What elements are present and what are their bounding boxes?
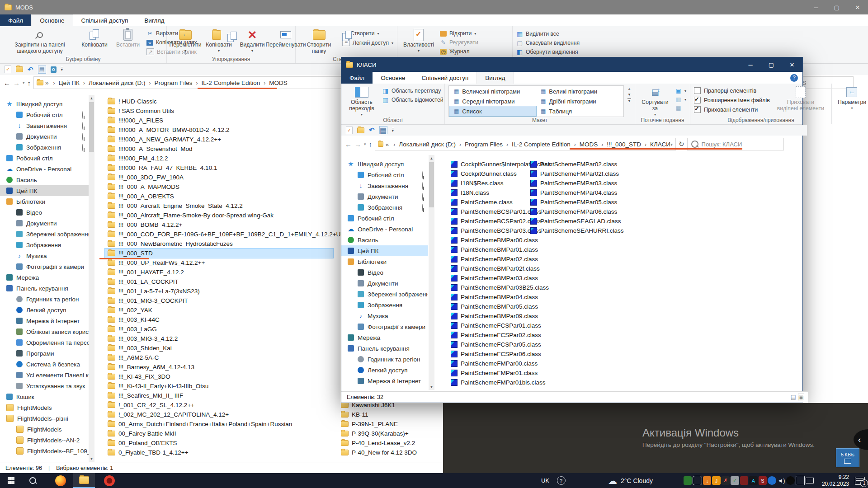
sidebar-item[interactable]: Зображення [0, 239, 89, 250]
sidebar-item[interactable]: Бібліотеки [0, 196, 89, 207]
sidebar-item[interactable]: Робочий стіл [0, 109, 89, 120]
taskbar-clock[interactable]: 9:22 20.02.2023 [814, 473, 849, 488]
qat-recycle-icon[interactable]: ♻ [51, 66, 57, 73]
sidebar-item[interactable]: ☁ OneDrive - Personal [341, 224, 428, 235]
sidebar-item[interactable]: ↓ Завантаження [0, 120, 89, 131]
qat-properties-icon[interactable]: ✓ [346, 127, 353, 134]
sidebar-item[interactable]: Усі елементи Панелі кер [0, 370, 89, 380]
minimize-button[interactable]: ─ [740, 57, 761, 72]
taskbar-search-button[interactable] [22, 473, 43, 488]
folder-row[interactable]: !!!!000_RA_FAU_47_KERBE_4.10.1 [105, 163, 333, 173]
titlebar[interactable]: MODS ─ ▢ ✕ [0, 0, 868, 14]
qat-customize-icon[interactable]: ▾ [61, 67, 63, 72]
tab-share[interactable]: Спільний доступ [414, 72, 477, 84]
tray-icon[interactable]: ✗ [722, 476, 730, 485]
tray-icon[interactable] [768, 476, 776, 485]
recent-locations-chevron[interactable]: ▾ [23, 80, 25, 85]
sidebar-item[interactable]: FlightModels--різні [0, 413, 89, 424]
file-row[interactable]: PaintSchemeFCSPar05.class [448, 340, 529, 349]
sidebar-item[interactable]: Годинник та регіон [341, 354, 428, 365]
breadcrumb-segment[interactable]: MODS [260, 80, 288, 86]
file-row[interactable]: PaintSchemeFCSPar01.class [448, 321, 529, 330]
sidebar-item[interactable]: Документи [341, 278, 428, 289]
sidebar-item[interactable]: ♪ Музика [0, 250, 89, 261]
up-button[interactable]: ↑ [369, 141, 373, 148]
scroll-down-arrow[interactable]: ▼ [429, 384, 434, 390]
sidebar-item[interactable]: Бібліотеки [341, 256, 428, 267]
folder-row[interactable]: !!!_Ki-43-II_Early+Ki-43-IIIb_Otsu [105, 381, 333, 391]
help-icon[interactable]: ? [790, 74, 798, 82]
sidebar-item[interactable]: Збережені зображення [0, 229, 89, 239]
sidebar-item[interactable]: ★ Швидкий доступ [0, 99, 89, 109]
qat-undo-icon[interactable]: ↶ [369, 126, 375, 134]
folder-row[interactable]: 00_Fairey Battle MkII [105, 429, 333, 438]
sidebar-item[interactable]: Робочий стіл [341, 213, 428, 224]
folder-row[interactable]: !!!!000_A_FILES [105, 116, 333, 125]
sidebar-item[interactable]: Устаткування та звук [0, 380, 89, 391]
sidebar-item[interactable]: ☁ OneDrive - Personal [0, 164, 89, 174]
file-row[interactable]: PaintSchemeBMPar02f.class [448, 264, 529, 273]
folder-row[interactable]: ! HUD-Classic [105, 97, 333, 106]
breadcrumb-segment[interactable]: Program Files [146, 80, 193, 86]
qat-properties-icon[interactable]: ✓ [5, 66, 11, 73]
history-button[interactable]: ◷ Журнал [440, 48, 478, 55]
folder-row[interactable]: !_002_MC_202_12_CAPITOLINA_4.12+ [105, 410, 333, 419]
layout-option[interactable]: ▦ Великі піктограми [536, 86, 623, 96]
new-folder-button[interactable]: Створити папку [299, 28, 339, 56]
file-row[interactable]: PaintSchemeBMPar03B25.class [448, 283, 529, 292]
open-button[interactable]: Відкрити▾ [440, 30, 478, 37]
taskbar-explorer-button[interactable] [73, 473, 95, 488]
sidebar-item[interactable]: Робочий стіл [341, 169, 428, 180]
tray-icon[interactable]: A [749, 476, 757, 485]
titlebar[interactable]: КЛАСИ ─ ▢ ✕ [341, 57, 802, 72]
file-row[interactable]: PaintSchemeSEAGLAD.class [528, 216, 609, 226]
back-button[interactable]: ← [4, 79, 10, 87]
sidebar-item[interactable]: Панель керування [341, 343, 428, 354]
help-tray-button[interactable]: ? [554, 473, 568, 488]
hide-selected-button[interactable]: Приховати виділені елементи [774, 85, 828, 113]
breadcrumb-segment[interactable]: КЛАСИ [641, 141, 670, 148]
folder-row[interactable]: !!!_001_La-5-7+La-7(3xNS23) [105, 286, 333, 296]
folder-row[interactable]: !!!_003_LaGG [105, 324, 333, 334]
sidebar-scrollbar[interactable]: ▲ ▼ [429, 155, 434, 390]
file-row[interactable]: PaintSchemeFCSPar02.class [448, 330, 529, 340]
folder-row[interactable]: !!!_Barnesy_A6M_4.12-4.13 [105, 362, 333, 372]
tray-icon[interactable]: ↓ [703, 476, 711, 485]
copy-button[interactable]: Копіювати [80, 28, 109, 49]
folder-row[interactable]: !!!!000_FM_4.12.2 [105, 154, 333, 163]
sidebar-item[interactable]: Мережа й Інтернет [0, 315, 89, 326]
qat-list-view-icon[interactable]: ▤ [38, 66, 46, 74]
sidebar-item[interactable]: Мережа й Інтернет [341, 375, 428, 386]
tray-icon[interactable] [693, 476, 702, 485]
folder-row[interactable]: 00_Poland_OB'EKTS [105, 438, 333, 448]
sidebar-item[interactable]: FlightModels--AN-2 [0, 435, 89, 446]
sidebar-item[interactable]: Фотографії з камери [341, 321, 428, 332]
file-row[interactable]: PaintSchemeFMPar02f.class [528, 169, 609, 178]
start-button[interactable] [0, 473, 22, 488]
sidebar-item[interactable]: Зображення [341, 202, 428, 213]
scroll-down-arrow[interactable]: ▼ [89, 455, 94, 462]
sidebar-item[interactable]: Збережені зображення [341, 289, 428, 300]
sidebar-item[interactable]: Фотографії з камери [0, 261, 89, 272]
sidebar-item[interactable]: Мережа [0, 272, 89, 283]
folder-row[interactable]: !!!_001_HAYATE_4.12.2 [105, 267, 333, 277]
sidebar-item[interactable]: Система й безпека [0, 359, 89, 370]
refresh-icon[interactable]: ↻ [679, 140, 684, 148]
file-row[interactable]: I18N$Res.class [448, 178, 529, 188]
checkbox-option[interactable]: Розширення імен файлів [694, 97, 770, 103]
maximize-button[interactable]: ▢ [761, 57, 782, 72]
file-row[interactable]: PaintSchemeBMPar04.class [448, 292, 529, 302]
breadcrumb-segment[interactable]: !!!_000_STD [598, 141, 641, 148]
sidebar-item[interactable]: Василь [341, 235, 428, 245]
sidebar-item[interactable]: Документи [0, 218, 89, 229]
qat-undo-icon[interactable]: ↶ [28, 66, 33, 74]
new-item-button[interactable]: Створити▾ [342, 30, 393, 37]
layout-option[interactable]: ▦ Дрібні піктограми [536, 96, 623, 106]
folder-row[interactable]: !!!_Seafires_MkI_II_ IIIF [105, 391, 333, 400]
breadcrumb-segment[interactable]: Цей ПК [50, 80, 80, 86]
folder-row[interactable]: P-40_New for 4.12 3DO [338, 448, 442, 457]
file-row[interactable]: PaintSchemeFMPar06.class [528, 207, 609, 216]
close-button[interactable]: ✕ [847, 0, 868, 14]
tray-icon[interactable]: J [712, 476, 720, 485]
edit-button[interactable]: ✎ Редагувати [440, 39, 478, 46]
